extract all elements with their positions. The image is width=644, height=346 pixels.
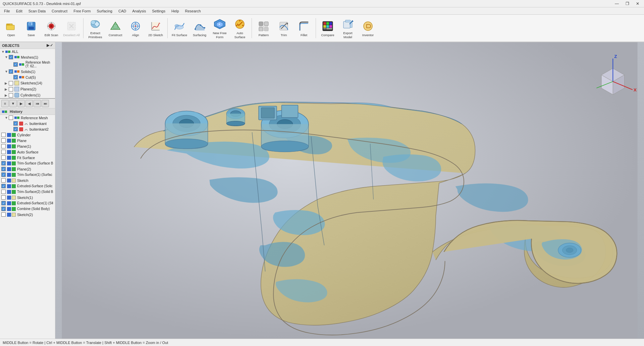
menu-settings[interactable]: Settings	[149, 8, 168, 14]
pattern-button[interactable]: Pattern	[254, 16, 273, 40]
menu-file[interactable]: File	[1, 8, 13, 14]
svg-point-35	[204, 27, 205, 28]
lp-btn-last[interactable]: ⏭	[42, 100, 49, 107]
lp-btn-first[interactable]: ⏮	[34, 100, 41, 107]
check-h-fit[interactable]	[1, 155, 6, 160]
menu-help[interactable]: Help	[169, 8, 182, 14]
lp-btn-down[interactable]: ▼	[9, 100, 17, 107]
history-buitenkant2[interactable]: ✓ buitenkant2	[0, 126, 55, 132]
lp-btn-right[interactable]: ▶	[17, 100, 25, 107]
history-trim-surface2[interactable]: Trim-Surface(2) (Solid B	[0, 189, 55, 195]
check-h-extrude[interactable]: ✓	[1, 184, 6, 188]
check-meshes[interactable]: ✓	[9, 55, 13, 59]
check-ref-mesh[interactable]: ✓	[13, 62, 18, 67]
menu-scan-data[interactable]: Scan Data	[26, 8, 48, 14]
2d-sketch-label: 2D Sketch	[148, 33, 163, 37]
history-extruded-surface1[interactable]: ✓ Extruded-Surface(1) (S¢	[0, 200, 55, 206]
menu-edit[interactable]: Edit	[13, 8, 25, 14]
check-h-plane[interactable]	[1, 138, 6, 143]
inventor-button[interactable]: Inventor	[358, 16, 378, 40]
new-free-form-button[interactable]: + New Free Form	[210, 16, 229, 40]
menu-analysis[interactable]: Analysis	[129, 8, 149, 14]
check-h-trim[interactable]: ✓	[1, 161, 6, 165]
check-sketches[interactable]	[9, 81, 13, 85]
check-cylinders[interactable]	[9, 93, 13, 97]
svg-rect-44	[264, 22, 268, 26]
check-h-sketch2[interactable]	[1, 212, 6, 217]
tree-item-cut[interactable]: ✓ Cut(5)	[0, 74, 55, 80]
tree-item-all[interactable]: ▼ ALL	[0, 49, 55, 54]
h-ref-mesh-icon	[14, 117, 19, 119]
history-ref-mesh[interactable]: ▼ Reference Mesh	[0, 115, 55, 121]
save-icon	[25, 20, 37, 32]
history-sketch2[interactable]: Sketch(2)	[0, 212, 55, 217]
history-trim-surface1[interactable]: ✓ Trim-Surface(1) (Surfac	[0, 172, 55, 178]
check-h-combine[interactable]: ✓	[1, 207, 6, 211]
auto-surface-button[interactable]: Auto Surface	[230, 16, 250, 40]
compare-button[interactable]: Compare	[318, 16, 337, 40]
2d-sketch-button[interactable]: 2D Sketch	[146, 16, 165, 40]
tree-item-solids[interactable]: ▼ ✓ Solids(1)	[0, 69, 55, 74]
align-button[interactable]: Align	[126, 16, 145, 40]
menu-construct[interactable]: Construct	[49, 8, 70, 14]
history-plane1[interactable]: Plane(1)	[0, 143, 55, 149]
close-button[interactable]: ✕	[634, 1, 641, 6]
menu-cad[interactable]: CAD	[116, 8, 129, 14]
menu-research[interactable]: Research	[182, 8, 204, 14]
history-sketch1[interactable]: Sketch(1)	[0, 195, 55, 200]
trim-button[interactable]: Trim	[274, 16, 293, 40]
check-h-buitenkant2[interactable]: ✓	[13, 127, 18, 131]
check-h-trim1[interactable]: ✓	[1, 172, 6, 177]
surfacing-button[interactable]: Surfacing	[190, 16, 209, 40]
extract-primitives-button[interactable]: Extract Primitives	[86, 16, 105, 40]
check-planes[interactable]	[9, 87, 13, 91]
history-extruded-surface[interactable]: ✓ Extruded-Surface (Solic	[0, 183, 55, 189]
fillet-button[interactable]: Fillet	[294, 16, 314, 40]
history-cylinder[interactable]: Cylinder	[0, 132, 55, 138]
construct-icon	[109, 20, 121, 32]
check-h-ref-mesh[interactable]	[9, 116, 13, 120]
fit-surface-button[interactable]: Fit Surface	[170, 16, 189, 40]
check-solids[interactable]: ✓	[9, 69, 13, 74]
check-h-sketch1[interactable]	[1, 195, 6, 200]
history-fit-surface[interactable]: Fit Surface	[0, 155, 55, 160]
svg-rect-5	[29, 27, 34, 29]
tree-item-cylinders[interactable]: ▶ Cylinders(1)	[0, 92, 55, 98]
history-plane2[interactable]: ✓ Plane(2)	[0, 166, 55, 172]
check-h-auto[interactable]	[1, 150, 6, 154]
deselect-all-button[interactable]: Deselect All	[62, 16, 81, 40]
3d-viewport[interactable]: Z X	[55, 42, 644, 339]
check-cut[interactable]: ✓	[13, 75, 18, 79]
expand-cylinders: ▶	[5, 93, 8, 97]
h-buitenkant2-label: buitenkant2	[30, 127, 49, 131]
menu-free-form[interactable]: Free Form	[71, 8, 93, 14]
tree-item-sketches[interactable]: ▶ Sketches(14)	[0, 80, 55, 86]
menu-surfacing[interactable]: Surfacing	[94, 8, 115, 14]
minimize-button[interactable]: —	[613, 1, 621, 6]
check-h-trim2[interactable]	[1, 190, 6, 194]
maximize-button[interactable]: ❐	[624, 1, 631, 6]
tree-item-ref-mesh[interactable]: ✓ Reference Mesh (T: 62...	[0, 60, 55, 69]
history-combine[interactable]: ✓ Combine (Solid Body)	[0, 206, 55, 212]
open-button[interactable]: Open	[1, 16, 21, 40]
history-buitenkant[interactable]: ✓ buitenkant	[0, 121, 55, 126]
check-h-plane1[interactable]	[1, 144, 6, 148]
construct-button[interactable]: Construct	[106, 16, 125, 40]
check-h-extrude1[interactable]: ✓	[1, 201, 6, 205]
lp-btn-list[interactable]: ≡	[1, 100, 9, 107]
check-h-plane2[interactable]: ✓	[1, 167, 6, 171]
edit-scan-button[interactable]: Edit Scan	[42, 16, 61, 40]
check-h-sketch[interactable]	[1, 178, 6, 183]
tree-item-planes[interactable]: ▶ Planes(2)	[0, 86, 55, 92]
titlebar-controls[interactable]: — ❐ ✕	[613, 1, 641, 6]
lp-btn-left[interactable]: ◀	[25, 100, 33, 107]
tree-item-meshes[interactable]: ▼ ✓ Meshes(1)	[0, 54, 55, 60]
save-button[interactable]: Save	[21, 16, 41, 40]
history-sketch[interactable]: Sketch	[0, 178, 55, 183]
history-trim-surface[interactable]: ✓ Trim-Surface (Surface B	[0, 160, 55, 166]
check-h-buitenkant[interactable]: ✓	[13, 121, 18, 126]
export-model-button[interactable]: Export Model	[338, 16, 358, 40]
history-auto-surface[interactable]: Auto Surface	[0, 149, 55, 155]
history-plane[interactable]: Plane	[0, 138, 55, 143]
check-h-cylinder[interactable]	[1, 133, 6, 137]
